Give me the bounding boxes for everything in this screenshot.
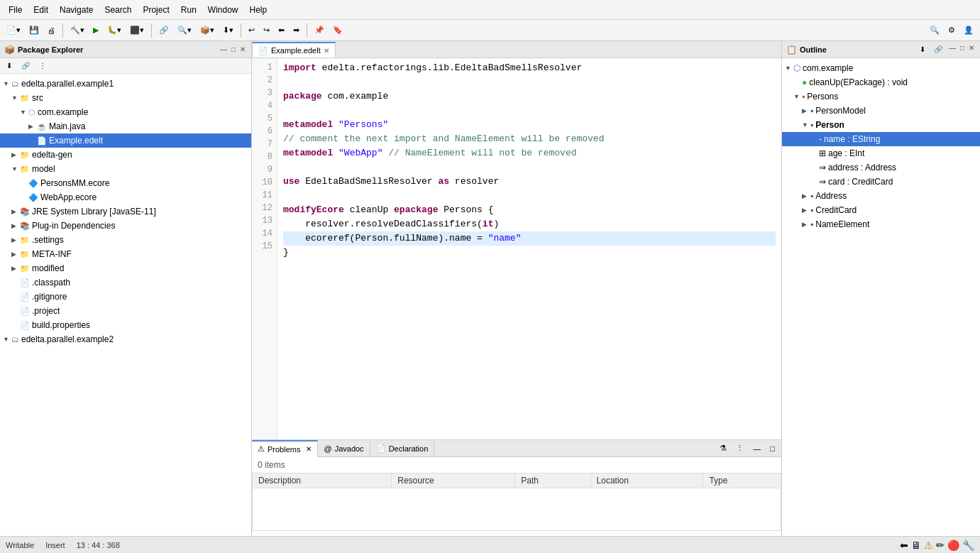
toolbar-new[interactable]: 📄▾ <box>3 23 24 37</box>
outline-arrow-creditcard[interactable]: ▶ <box>802 207 809 214</box>
outline-item-cleanup[interactable]: ● cleanUp(EPackage) : void <box>782 75 980 89</box>
tree-item-project[interactable]: 📄 .project <box>0 304 251 318</box>
tree-item-edelta-gen[interactable]: ▶ 📁 edelta-gen <box>0 148 251 162</box>
outline-item-com-example[interactable]: ▼ ⬡ com.example <box>782 61 980 75</box>
tree-arrow-edelta-gen[interactable]: ▶ <box>11 151 18 158</box>
status-icon-settings[interactable]: 🔧 <box>962 540 974 551</box>
toolbar-run[interactable]: ▶ <box>89 23 102 37</box>
toolbar-link[interactable]: 🔗 <box>155 23 172 37</box>
status-icon-run[interactable]: 🔴 <box>947 540 959 551</box>
toolbar-prev[interactable]: ⬅ <box>275 23 288 37</box>
tree-item-src[interactable]: ▼ 📁 src <box>0 91 251 105</box>
tree-item-meta-inf[interactable]: ▶ 📁 META-INF <box>0 247 251 261</box>
tree-item-modified[interactable]: ▶ 📁 modified <box>0 261 251 275</box>
outline-item-personmodel[interactable]: ▶ ▪ PersonModel <box>782 104 980 118</box>
outline-arrow-personmodel[interactable]: ▶ <box>802 107 809 114</box>
outline-arrow-person[interactable]: ▼ <box>802 121 809 128</box>
tree-item-gitignore[interactable]: 📄 .gitignore <box>0 290 251 304</box>
tree-arrow-modified[interactable]: ▶ <box>11 265 18 272</box>
outline-close-btn[interactable]: ✕ <box>967 43 976 55</box>
menu-project[interactable]: Project <box>137 2 175 18</box>
tree-arrow-edelta-parallel-1[interactable]: ▼ <box>3 80 10 87</box>
tree-arrow-model[interactable]: ▼ <box>11 165 18 173</box>
tree-arrow-plugin-deps[interactable]: ▶ <box>11 222 18 229</box>
tree-item-classpath[interactable]: 📄 .classpath <box>0 275 251 290</box>
outline-minimize-btn[interactable]: — <box>947 43 957 55</box>
outline-item-address-class[interactable]: ▶ ▪ Address <box>782 189 980 203</box>
status-icon-warning[interactable]: ⚠ <box>924 540 933 551</box>
code-content[interactable]: import edelta.refactorings.lib.EdeltaBad… <box>277 58 781 439</box>
pkg-close-btn[interactable]: ✕ <box>238 45 247 54</box>
tree-arrow-jre[interactable]: ▶ <box>11 208 18 215</box>
problems-tab-close[interactable]: ✕ <box>306 445 312 453</box>
menu-help[interactable]: Help <box>244 2 273 18</box>
menu-run[interactable]: Run <box>175 2 202 18</box>
outline-arrow-address-class[interactable]: ▶ <box>802 192 809 199</box>
problems-menu-btn[interactable]: ⋮ <box>732 442 747 455</box>
menu-navigate[interactable]: Navigate <box>54 2 99 18</box>
tree-item-edelta-parallel-2[interactable]: ▼ 🗂 edelta.parallel.example2 <box>0 332 251 346</box>
problems-tab-problems[interactable]: ⚠ Problems ✕ <box>252 440 318 457</box>
status-icon-back[interactable]: ⬅ <box>900 540 908 551</box>
pkg-collapse-all[interactable]: ⬇ <box>3 60 16 72</box>
toolbar-build[interactable]: 🔨▾ <box>67 23 88 37</box>
outline-item-person[interactable]: ▼ ▪ Person <box>782 118 980 132</box>
tree-item-com-example[interactable]: ▼ ⬡ com.example <box>0 105 251 119</box>
tree-item-webapp-ecore[interactable]: 🔷 WebApp.ecore <box>0 190 251 204</box>
tree-item-build-props[interactable]: 📄 build.properties <box>0 318 251 332</box>
tree-arrow-settings[interactable]: ▶ <box>11 236 18 243</box>
outline-arrow-com-example[interactable]: ▼ <box>785 65 792 72</box>
outline-link-btn[interactable]: 🔗 <box>930 43 946 55</box>
problems-tab-declaration[interactable]: 📄 Declaration <box>370 440 435 457</box>
menu-search[interactable]: Search <box>99 2 137 18</box>
problems-tab-javadoc[interactable]: @ Javadoc <box>318 440 370 457</box>
code-editor[interactable]: 12345 678910 1112131415 import edelta.re… <box>252 58 781 439</box>
toolbar-fwd[interactable]: ↪ <box>260 23 273 37</box>
tree-item-example-edelt[interactable]: 📄 Example.edelt <box>0 133 251 148</box>
menu-file[interactable]: File <box>3 2 28 18</box>
tree-item-model[interactable]: ▼ 📁 model <box>0 162 251 176</box>
tree-arrow-meta-inf[interactable]: ▶ <box>11 251 18 258</box>
tree-arrow-main-java[interactable]: ▶ <box>28 123 35 130</box>
tree-item-main-java[interactable]: ▶ ☕ Main.java <box>0 119 251 133</box>
status-icon-console[interactable]: 🖥 <box>911 540 921 551</box>
pkg-maximize-btn[interactable]: □ <box>230 45 237 54</box>
outline-item-address-attr[interactable]: ⇒ address : Address <box>782 160 980 175</box>
toolbar-next[interactable]: ➡ <box>290 23 303 37</box>
toolbar-back[interactable]: ↩ <box>245 23 258 37</box>
tree-item-plugin-deps[interactable]: ▶ 📚 Plug-in Dependencies <box>0 219 251 233</box>
status-icon-edit[interactable]: ✏ <box>936 540 945 551</box>
problems-filter-btn[interactable]: ⚗ <box>716 442 730 455</box>
outline-arrow-persons[interactable]: ▼ <box>793 93 800 100</box>
editor-tab-example[interactable]: 📄 Example.edelt ✕ <box>252 42 336 58</box>
tree-arrow-src[interactable]: ▼ <box>11 94 18 102</box>
problems-minimize-btn[interactable]: — <box>749 442 764 455</box>
toolbar-search-bar[interactable]: 🔍 <box>926 23 943 37</box>
toolbar-package[interactable]: 📦▾ <box>197 23 218 37</box>
toolbar-bookmark[interactable]: 🔖 <box>329 23 346 37</box>
outline-item-creditcard[interactable]: ▶ ▪ CreditCard <box>782 203 980 217</box>
tree-item-edelta-parallel-1[interactable]: ▼ 🗂 edelta.parallel.example1 <box>0 77 251 91</box>
problems-maximize-btn[interactable]: □ <box>766 442 778 455</box>
outline-item-name-estring[interactable]: - name : EString <box>782 132 980 146</box>
outline-item-persons[interactable]: ▼ ▪ Persons <box>782 89 980 104</box>
toolbar-debug[interactable]: 🐛▾ <box>104 23 125 37</box>
toolbar-down[interactable]: ⬇▾ <box>219 23 237 37</box>
toolbar-user[interactable]: 👤 <box>960 23 977 37</box>
pkg-minimize-btn[interactable]: — <box>219 45 229 54</box>
toolbar-settings[interactable]: ⚙ <box>945 23 959 37</box>
toolbar-search[interactable]: 🔍▾ <box>174 23 195 37</box>
outline-item-age[interactable]: ⊞ age : EInt <box>782 146 980 160</box>
tree-arrow-com-example[interactable]: ▼ <box>20 109 27 116</box>
outline-item-card[interactable]: ⇒ card : CreditCard <box>782 175 980 189</box>
pkg-link-editor[interactable]: 🔗 <box>18 60 33 72</box>
tree-item-settings[interactable]: ▶ 📁 .settings <box>0 233 251 247</box>
toolbar-print[interactable]: 🖨 <box>44 24 59 37</box>
tree-item-personsmm[interactable]: 🔷 PersonsMM.ecore <box>0 176 251 190</box>
tree-arrow-edelta-parallel-2[interactable]: ▼ <box>3 336 10 343</box>
menu-window[interactable]: Window <box>202 2 244 18</box>
outline-sort-btn[interactable]: ⬇ <box>916 43 929 55</box>
toolbar-save[interactable]: 💾 <box>26 23 43 37</box>
editor-tab-close[interactable]: ✕ <box>324 47 329 55</box>
outline-arrow-nameelement[interactable]: ▶ <box>802 221 809 228</box>
